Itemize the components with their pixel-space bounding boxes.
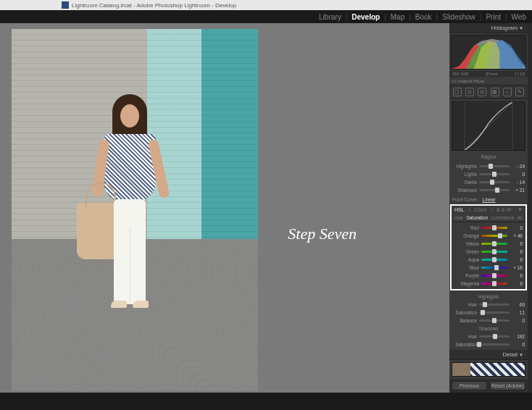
- module-picker: Library| Develop| Map| Book| Slideshow| …: [0, 10, 532, 23]
- module-map[interactable]: Map: [391, 13, 404, 21]
- hsl-panel: HSL/ Color/ B & W ▼ Hue Saturation Lumin…: [450, 204, 527, 290]
- slider-blue[interactable]: Blue+ 16: [454, 264, 523, 272]
- bottom-buttons: Previous Reset (Adobe): [449, 379, 528, 393]
- right-scrollbar[interactable]: [528, 23, 532, 393]
- slider-red[interactable]: Red0: [454, 224, 523, 232]
- slider-hue[interactable]: Hue66: [452, 301, 525, 309]
- tone-curve-graph[interactable]: [452, 101, 525, 151]
- slider-highlights[interactable]: Highlights- 24: [452, 162, 525, 170]
- gradient-tool[interactable]: ▤: [491, 88, 499, 96]
- previous-button[interactable]: Previous: [452, 381, 487, 390]
- redeye-tool[interactable]: ⊙: [478, 88, 486, 96]
- hsl-tabs: Hue Saturation Luminance All: [452, 214, 525, 222]
- module-slideshow[interactable]: Slideshow: [442, 13, 475, 21]
- slider-saturation[interactable]: Saturation11: [452, 309, 525, 317]
- detail-header[interactable]: Detail▼: [449, 350, 528, 360]
- slider-saturation[interactable]: Saturation0: [452, 340, 525, 348]
- hsl-sliders: Red0Orange+ 46Yellow0Green0Aqua0Blue+ 16…: [452, 222, 525, 289]
- hsl-panel-header[interactable]: HSL/ Color/ B & W ▼: [452, 206, 525, 214]
- preview-canvas[interactable]: Step Seven: [0, 23, 449, 393]
- split-toning-panel: Highlights Hue66Saturation11 Balance 0 S…: [449, 291, 528, 350]
- svg-line-1: [465, 102, 512, 150]
- crop-tool[interactable]: ▢: [453, 88, 462, 96]
- module-book[interactable]: Book: [415, 13, 432, 21]
- window-title: Lightroom Catalog.lrcat - Adobe Photosho…: [72, 2, 236, 9]
- reset-button[interactable]: Reset (Adobe): [490, 381, 525, 390]
- photo-preview: [12, 29, 258, 391]
- app-icon: [62, 1, 69, 9]
- histogram-info: ISO 10027mmf / 10: [449, 71, 528, 77]
- hsl-tab-all[interactable]: All: [518, 215, 523, 220]
- slider-lights[interactable]: Lights0: [452, 170, 525, 178]
- slider-magenta[interactable]: Magenta0: [454, 280, 523, 288]
- balance-slider[interactable]: Balance 0: [452, 317, 525, 325]
- slider-darks[interactable]: Darks- 14: [452, 178, 525, 186]
- hsl-tab-saturation[interactable]: Saturation: [466, 215, 488, 220]
- detail-preview[interactable]: [452, 362, 525, 377]
- slider-aqua[interactable]: Aqua0: [454, 256, 523, 264]
- slider-purple[interactable]: Purple0: [454, 272, 523, 280]
- hsl-tab-hue[interactable]: Hue: [454, 215, 463, 220]
- histogram-graph[interactable]: [451, 35, 526, 70]
- tonecurve-sliders: Highlights- 24Lights0Darks- 14Shadows+ 2…: [449, 161, 528, 196]
- radial-tool[interactable]: ○: [503, 88, 512, 96]
- tonecurve-region-label: Region: [449, 153, 528, 161]
- point-curve-row[interactable]: Point Curve :Linear: [449, 196, 528, 204]
- brush-tool[interactable]: ✎: [515, 88, 524, 96]
- slider-yellow[interactable]: Yellow0: [454, 240, 523, 248]
- slider-hue[interactable]: Hue192: [452, 332, 525, 340]
- spot-tool[interactable]: ◎: [465, 88, 474, 96]
- module-develop[interactable]: Develop: [352, 13, 380, 21]
- hsl-tab-luminance[interactable]: Luminance: [491, 215, 514, 220]
- slider-green[interactable]: Green0: [454, 248, 523, 256]
- module-print[interactable]: Print: [486, 13, 501, 21]
- window-titlebar: Lightroom Catalog.lrcat - Adobe Photosho…: [0, 0, 532, 10]
- original-photo-label: ⊡ Original Photo: [449, 77, 528, 85]
- slider-orange[interactable]: Orange+ 46: [454, 232, 523, 240]
- module-web[interactable]: Web: [512, 13, 526, 21]
- step-annotation: Step Seven: [288, 225, 357, 243]
- right-panel: Histogram▼ ISO 10027mmf / 10 ⊡ Original …: [449, 23, 528, 393]
- slider-shadows[interactable]: Shadows+ 21: [452, 186, 525, 194]
- histogram-header[interactable]: Histogram▼: [449, 23, 528, 33]
- tool-strip: ▢ ◎ ⊙ ▤ ○ ✎: [449, 85, 528, 99]
- filmstrip[interactable]: [0, 393, 532, 410]
- module-library[interactable]: Library: [319, 13, 341, 21]
